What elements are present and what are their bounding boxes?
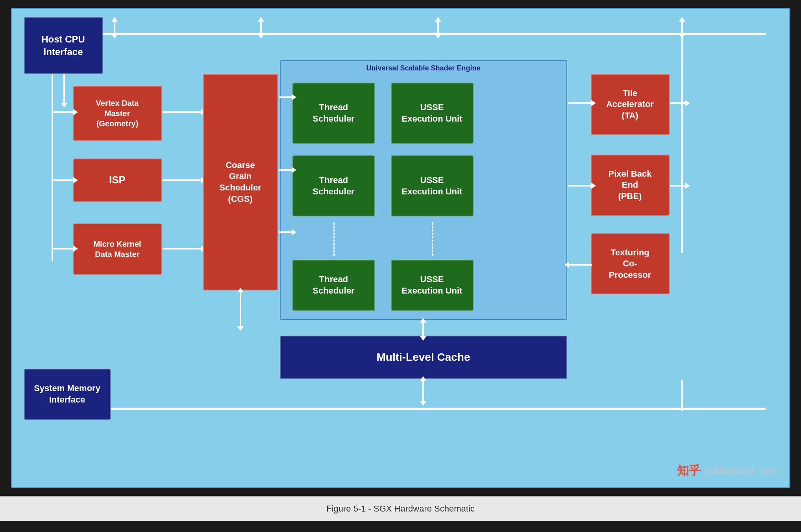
to-isp-arrow [52, 179, 74, 181]
usse-to-ta-arrow [568, 102, 592, 104]
ta-to-right-arrow [670, 102, 686, 104]
cgs-to-usse-1 [279, 96, 292, 98]
dashed-line-2 [432, 222, 433, 256]
usse-exec-3: USSE Execution Unit [391, 260, 474, 311]
thread-scheduler-3: Thread Scheduler [292, 260, 375, 311]
cgs-to-usse-2 [279, 169, 292, 171]
tile-accelerator-block: Tile Accelerator (TA) [591, 74, 670, 135]
cgs-block: Coarse Grain Scheduler (CGS) [203, 74, 278, 290]
usse-exec-2: USSE Execution Unit [391, 155, 474, 216]
micro-to-cgs-arrow [163, 248, 202, 249]
host-cpu-interface-block: Host CPU Interface [24, 17, 103, 74]
usse-exec-1: USSE Execution Unit [391, 83, 474, 144]
isp-to-cgs-arrow [163, 179, 202, 181]
system-memory-interface-block: System Memory Interface [24, 369, 111, 420]
usse-to-pbe-arrow [568, 185, 592, 187]
micro-kernel-block: Micro Kernel Data Master [73, 224, 162, 275]
cgs-to-usse-3 [279, 231, 292, 233]
right-bottom-connector [681, 380, 683, 411]
pbe-to-right-arrow [670, 185, 686, 187]
right-vertical-line [681, 35, 683, 253]
texturing-block: Texturing Co- Processor [591, 233, 670, 294]
vertex-to-cgs-arrow [163, 111, 202, 113]
isp-block: ISP [73, 159, 162, 202]
texturing-to-usse-arrow [568, 264, 592, 266]
usse-container: Universal Scalable Shader Engine Thread … [280, 60, 567, 320]
watermark: 知乎 @Michael Yeh [677, 463, 777, 479]
caption: Figure 5-1 - SGX Hardware Schematic [0, 496, 801, 521]
top-bus-line [83, 33, 766, 35]
diagram-wrapper: Host CPU Interface System Memory Interfa… [11, 8, 790, 488]
cache-bottom-arrow [422, 380, 424, 402]
pixel-back-end-block: Pixel Back End (PBE) [591, 155, 670, 216]
to-micro-arrow [52, 248, 74, 249]
dashed-line-1 [333, 222, 335, 256]
multi-level-cache-block: Multi-Level Cache [280, 336, 567, 379]
usse-title: Universal Scalable Shader Engine [281, 64, 566, 72]
top-bus-usse-arrow [437, 21, 439, 35]
left-vertical-connector [52, 74, 53, 261]
top-bus-ta-arrow [681, 21, 683, 35]
vertex-data-master-block: Vertex Data Master (Geometry) [73, 86, 162, 141]
bottom-bus-line [83, 408, 766, 410]
thread-scheduler-1: Thread Scheduler [292, 83, 375, 144]
top-bus-vertex-arrow [114, 21, 115, 35]
cgs-bottom-arrow [240, 292, 241, 327]
top-bus-cgs-arrow [260, 21, 262, 35]
host-cpu-down-arrow [63, 74, 65, 103]
usse-to-cache-arrow [422, 322, 424, 337]
thread-scheduler-2: Thread Scheduler [292, 155, 375, 216]
to-vertex-arrow [52, 111, 74, 113]
